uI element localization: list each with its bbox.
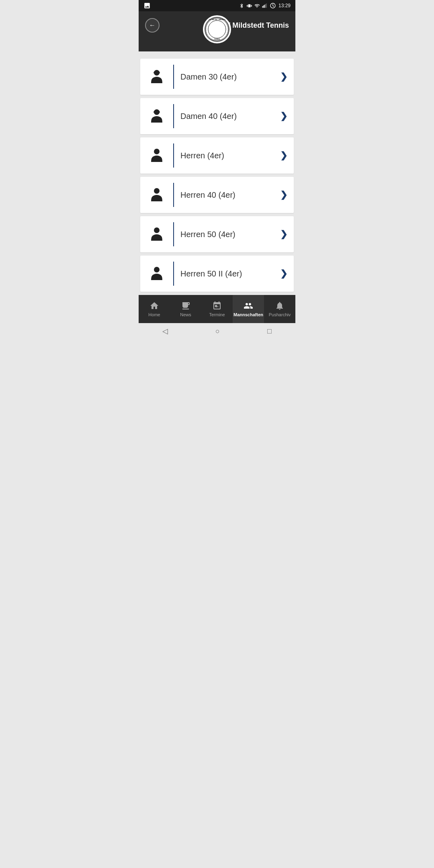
vibrate-icon [247, 3, 252, 8]
header-logo-container: TSV MILDSTEDT 1963 SPORT IM TSV · MILDST… [203, 15, 231, 43]
nav-item-pusharchiv[interactable]: Pusharchiv [264, 295, 295, 323]
teams-list: Damen 30 (4er) ❯ Damen 40 (4er) ❯ Herren… [139, 51, 295, 295]
nav-label-home: Home [148, 312, 160, 317]
photo-icon [143, 2, 151, 9]
home-nav-icon [149, 301, 159, 311]
svg-rect-4 [266, 3, 267, 8]
status-bar-left [143, 2, 151, 9]
svg-text:1963: 1963 [215, 32, 219, 34]
svg-text:MILDSTEDT: MILDSTEDT [212, 29, 222, 31]
svg-point-22 [154, 267, 160, 272]
team-label-1: Damen 30 (4er) [180, 72, 280, 82]
chevron-icon-6: ❯ [280, 268, 287, 279]
nav-label-mannschaften: Mannschaften [233, 312, 263, 317]
nav-label-termine: Termine [209, 312, 225, 317]
male-icon-5 [147, 224, 167, 244]
team-item-herren50ii[interactable]: Herren 50 II (4er) ❯ [140, 256, 294, 292]
signal-icon [262, 3, 267, 8]
status-bar-right: 13:29 [239, 2, 291, 9]
news-nav-icon [181, 301, 190, 311]
svg-rect-1 [263, 5, 264, 8]
team-label-4: Herren 40 (4er) [180, 190, 280, 200]
back-arrow-icon: ← [149, 22, 156, 29]
team-label-6: Herren 50 II (4er) [180, 269, 280, 278]
svg-text:SPORT IM TSV · MILDSTEDT: SPORT IM TSV · MILDSTEDT [206, 18, 228, 20]
wifi-icon [254, 3, 260, 8]
app-header: ← TSV MILDSTEDT 1963 [139, 11, 295, 39]
nav-item-home[interactable]: Home [139, 295, 170, 323]
chevron-icon-3: ❯ [280, 150, 287, 161]
back-button[interactable]: ← [145, 18, 160, 33]
termine-nav-icon: 24 [212, 301, 222, 311]
svg-text:TENNIS: TENNIS [214, 38, 220, 40]
male-icon-3 [147, 145, 167, 166]
svg-text:TSV: TSV [214, 26, 220, 29]
female-icon-2 [147, 106, 167, 126]
android-home-button[interactable]: ○ [215, 327, 220, 336]
item-divider-4 [173, 183, 174, 207]
team-item-herren50[interactable]: Herren 50 (4er) ❯ [140, 216, 294, 252]
nav-item-mannschaften[interactable]: Mannschaften [233, 295, 264, 323]
item-divider-2 [173, 104, 174, 128]
nav-label-pusharchiv: Pusharchiv [269, 312, 291, 317]
male-icon-6 [147, 264, 167, 284]
svg-point-20 [154, 188, 160, 194]
battery-icon [270, 2, 276, 9]
item-divider-5 [173, 222, 174, 246]
male-icon-4 [147, 185, 167, 205]
android-nav-bar: ◁ ○ □ [139, 323, 295, 339]
item-divider-3 [173, 143, 174, 168]
team-item-damen40[interactable]: Damen 40 (4er) ❯ [140, 98, 294, 134]
item-divider-1 [173, 65, 174, 89]
chevron-icon-5: ❯ [280, 229, 287, 240]
svg-text:24: 24 [216, 305, 219, 308]
team-label-2: Damen 40 (4er) [180, 112, 280, 121]
chevron-icon-4: ❯ [280, 190, 287, 200]
svg-rect-2 [264, 4, 265, 8]
android-recent-button[interactable]: □ [267, 327, 272, 336]
bluetooth-icon [239, 3, 244, 8]
status-time: 13:29 [278, 3, 291, 8]
nav-item-termine[interactable]: 24 Termine [201, 295, 233, 323]
team-label-5: Herren 50 (4er) [180, 230, 280, 239]
team-item-herren40[interactable]: Herren 40 (4er) ❯ [140, 177, 294, 213]
mannschaften-nav-icon [244, 301, 253, 311]
svg-point-19 [154, 149, 160, 154]
team-item-herren[interactable]: Herren (4er) ❯ [140, 137, 294, 174]
pusharchiv-nav-icon [275, 301, 285, 311]
header-logo: TSV MILDSTEDT 1963 SPORT IM TSV · MILDST… [203, 15, 231, 43]
android-back-button[interactable]: ◁ [162, 327, 168, 336]
tsv-logo-svg: TSV MILDSTEDT 1963 SPORT IM TSV · MILDST… [205, 17, 229, 42]
team-label-3: Herren (4er) [180, 151, 280, 160]
female-icon-1 [147, 67, 167, 87]
nav-item-news[interactable]: News [170, 295, 201, 323]
chevron-icon-2: ❯ [280, 111, 287, 121]
chevron-icon-1: ❯ [280, 72, 287, 82]
svg-rect-0 [262, 6, 263, 8]
svg-rect-3 [265, 4, 266, 8]
bottom-navigation: Home News 24 Termine Mannschaften Pushar… [139, 295, 295, 323]
nav-label-news: News [180, 312, 191, 317]
team-item-damen30[interactable]: Damen 30 (4er) ❯ [140, 59, 294, 95]
status-bar: 13:29 [139, 0, 295, 11]
item-divider-6 [173, 262, 174, 286]
svg-point-21 [154, 227, 160, 233]
